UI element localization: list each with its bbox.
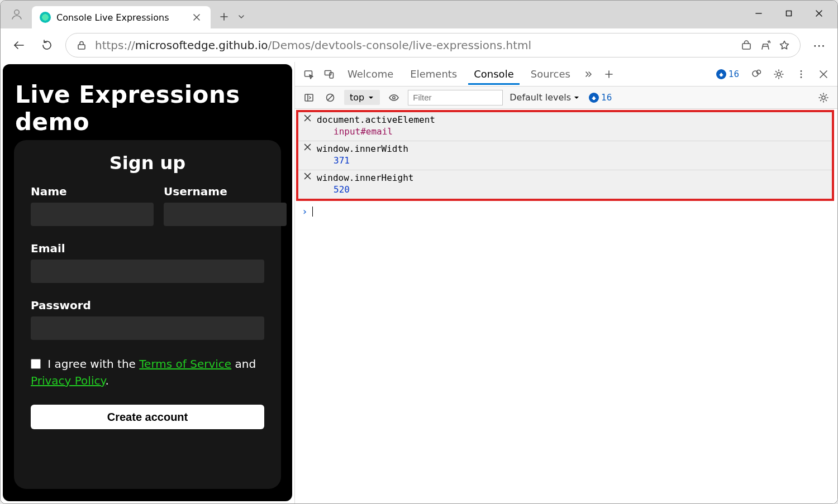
svg-rect-26 [305,94,313,101]
svg-rect-11 [742,44,750,49]
tab-welcome[interactable]: Welcome [342,64,399,84]
devtools-panel: Welcome Elements Console Sources 16 [294,62,837,503]
console-prompt[interactable]: › [295,202,837,220]
remove-expression-icon[interactable] [304,172,311,180]
svg-rect-6 [787,11,792,16]
read-aloud-icon[interactable] [760,40,771,51]
live-expression-value: 371 [334,154,408,167]
svg-rect-10 [78,45,85,49]
favorite-star-icon[interactable] [779,40,790,51]
svg-point-20 [777,73,780,76]
devtools-tabs: Welcome Elements Console Sources 16 [295,62,837,87]
toolbar: https://microsoftedge.github.io/Demos/de… [1,28,837,62]
live-expression-row: window.innerWidth 371 [298,141,832,170]
text-cursor [312,207,313,217]
console-subbar: top Default levels 16 [295,87,837,109]
username-label: Username [164,185,287,198]
svg-point-30 [393,96,395,98]
svg-point-22 [801,73,802,75]
feedback-icon[interactable] [749,67,764,81]
live-expression-code[interactable]: document.activeElement [317,114,435,125]
settings-gear-icon[interactable] [772,67,786,81]
name-label: Name [31,185,154,198]
live-expression-row: document.activeElement input#email [298,112,832,141]
svg-line-29 [327,95,332,100]
tos-link[interactable]: Terms of Service [139,357,231,371]
browser-tab[interactable]: Console Live Expressions [32,6,211,28]
maximize-button[interactable] [774,2,804,25]
edge-favicon-icon [40,12,51,23]
device-toolbar-icon[interactable] [322,67,336,81]
subbar-issues-badge[interactable]: 16 [587,92,614,104]
back-button[interactable] [9,36,28,55]
svg-point-31 [822,96,825,99]
live-expression-row: window.innerHeight 520 [298,170,832,199]
svg-point-0 [15,10,19,15]
create-account-button[interactable]: Create account [31,405,264,429]
titlebar: Console Live Expressions [1,1,837,28]
tab-console[interactable]: Console [468,64,519,85]
context-selector[interactable]: top [344,90,380,105]
live-expression-value: 520 [334,183,413,196]
issues-badge[interactable]: 16 [714,68,741,80]
live-expression-code[interactable]: window.innerWidth [317,143,408,154]
shopping-icon[interactable] [741,40,752,51]
log-levels-selector[interactable]: Default levels [510,92,580,103]
console-sidebar-toggle-icon[interactable] [302,90,316,105]
new-tool-plus-icon[interactable] [602,67,616,81]
tab-elements[interactable]: Elements [404,64,463,84]
refresh-button[interactable] [37,36,56,55]
privacy-link[interactable]: Privacy Policy [31,374,105,387]
tab-sources[interactable]: Sources [525,64,576,84]
tab-actions-chevron-icon[interactable] [234,9,249,24]
tab-title: Console Live Expressions [56,12,185,23]
demo-page: Live Expressions demo Sign up Name Usern… [3,64,292,501]
live-expression-eye-icon[interactable] [387,90,401,105]
signup-card: Sign up Name Username Email P [14,140,281,489]
clear-console-icon[interactable] [323,90,337,105]
live-expressions-area: document.activeElement input#email windo… [296,110,834,201]
close-window-button[interactable] [804,2,834,25]
password-input[interactable] [31,316,264,340]
agree-checkbox[interactable] [31,359,41,369]
password-label: Password [31,299,264,312]
close-devtools-icon[interactable] [816,67,831,81]
email-label: Email [31,242,264,255]
prompt-chevron-icon: › [302,205,308,217]
url-display: https://microsoftedge.github.io/Demos/de… [95,39,531,52]
close-tab-icon[interactable] [191,11,203,23]
more-tabs-chevron-icon[interactable] [582,67,596,81]
minimize-button[interactable] [744,2,774,25]
console-settings-gear-icon[interactable] [816,90,831,105]
live-expression-code[interactable]: window.innerHeight [317,172,413,183]
issue-dot-icon [716,69,726,79]
remove-expression-icon[interactable] [304,114,311,122]
page-title: Live Expressions demo [15,81,280,136]
live-expression-value: input#email [334,125,435,138]
svg-point-23 [801,76,802,78]
username-input[interactable] [164,203,287,226]
remove-expression-icon[interactable] [304,143,311,151]
site-info-lock-icon[interactable] [76,40,87,51]
address-bar[interactable]: https://microsoftedge.github.io/Demos/de… [65,33,801,57]
issue-dot-icon [589,93,599,103]
svg-point-21 [801,70,802,72]
kebab-menu-icon[interactable] [794,67,808,81]
window-controls [744,2,834,25]
name-input[interactable] [31,203,154,226]
form-heading: Sign up [31,152,264,174]
new-tab-button[interactable] [216,9,232,25]
settings-more-button[interactable]: ⋯ [810,36,829,55]
profile-button[interactable] [7,5,26,24]
filter-input[interactable] [408,90,503,105]
inspect-element-icon[interactable] [302,67,316,81]
email-input[interactable] [31,260,264,283]
agree-text: I agree with the Terms of Service and Pr… [31,356,264,389]
